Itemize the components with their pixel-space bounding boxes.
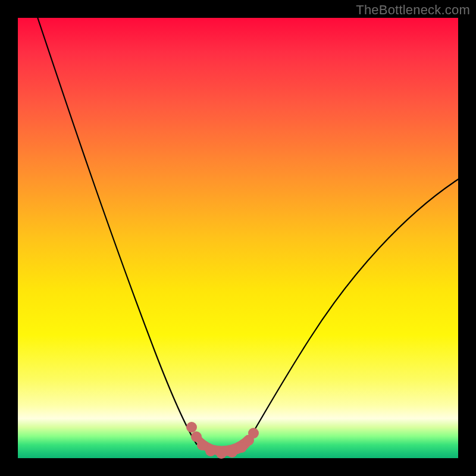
valley-dot xyxy=(205,446,216,456)
plot-area xyxy=(18,18,458,458)
valley-dot xyxy=(248,428,259,439)
outer-frame: TheBottleneck.com xyxy=(0,0,476,476)
watermark-text: TheBottleneck.com xyxy=(356,2,470,18)
bottleneck-curve-left xyxy=(36,12,196,444)
bottleneck-curve-right xyxy=(246,178,459,444)
valley-dot xyxy=(216,448,227,459)
valley-dot xyxy=(186,422,197,433)
valley-dot xyxy=(227,447,237,458)
curve-layer xyxy=(18,18,458,458)
